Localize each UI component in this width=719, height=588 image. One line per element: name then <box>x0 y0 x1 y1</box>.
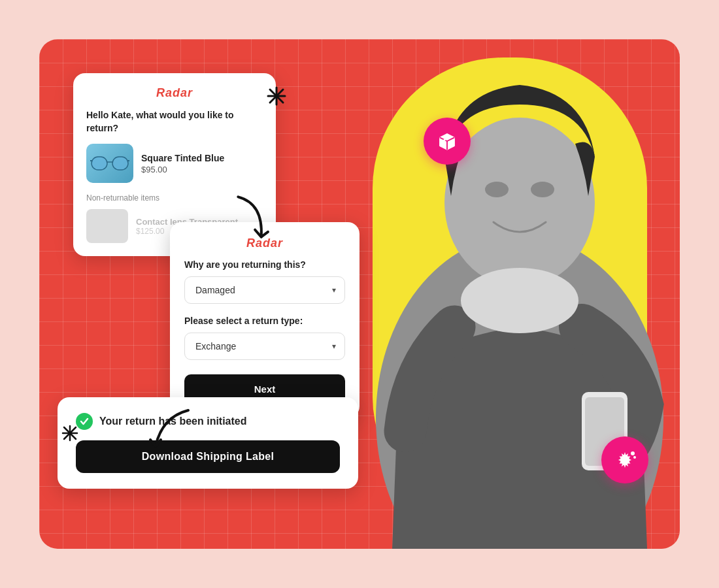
sparkle-decoration-top <box>267 86 286 110</box>
reason-select[interactable]: Damaged Wrong item Not as described Chan… <box>184 276 345 304</box>
return-type-label: Please select a return type: <box>184 316 345 326</box>
reason-select-wrapper[interactable]: Damaged Wrong item Not as described Chan… <box>184 276 345 304</box>
product-price: $95.00 <box>141 165 224 174</box>
return-type-select[interactable]: Exchange Refund Store credit <box>184 333 345 360</box>
arrow-2 <box>142 404 195 459</box>
return-initiated-card: Your return has been initiated Download … <box>58 397 358 489</box>
svg-point-10 <box>633 456 636 459</box>
svg-rect-20 <box>112 157 128 170</box>
package-badge <box>424 118 471 165</box>
product-thumbnail <box>86 144 133 183</box>
greeting-text: Hello Kate, what would you like to retur… <box>86 109 263 135</box>
reason-label: Why are you returning this? <box>184 259 345 270</box>
product-details: Square Tinted Blue $95.00 <box>141 153 224 174</box>
returnable-product-item[interactable]: Square Tinted Blue $95.00 <box>86 144 263 183</box>
package-icon <box>435 129 460 154</box>
return-type-select-wrapper[interactable]: Exchange Refund Store credit ▾ <box>184 333 345 360</box>
svg-point-4 <box>531 182 554 197</box>
main-container: Radar Hello Kate, what would you like to… <box>39 39 680 549</box>
svg-point-3 <box>485 182 509 197</box>
svg-point-9 <box>631 451 635 455</box>
grayed-thumbnail <box>86 209 128 243</box>
gear-badge <box>601 436 648 483</box>
return-initiated-banner: Your return has been initiated <box>76 413 340 430</box>
product-name: Square Tinted Blue <box>141 153 224 163</box>
svg-rect-19 <box>92 157 107 170</box>
sunglasses-illustration <box>90 152 129 175</box>
radar-logo-1: Radar <box>86 86 263 100</box>
gear-icon <box>612 447 638 473</box>
download-shipping-label-button[interactable]: Download Shipping Label <box>76 440 340 473</box>
svg-point-7 <box>461 268 578 333</box>
sparkle-decoration-bottom <box>61 425 78 446</box>
